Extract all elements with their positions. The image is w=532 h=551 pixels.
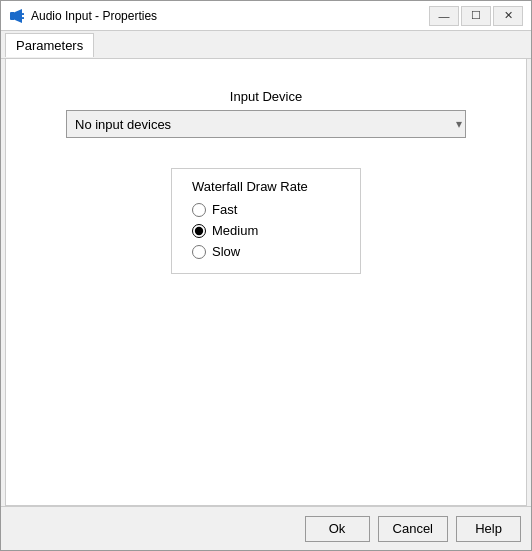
tab-parameters[interactable]: Parameters [5,33,94,57]
main-window: Audio Input - Properties — ☐ ✕ Parameter… [0,0,532,551]
window-controls: — ☐ ✕ [429,6,523,26]
ok-button[interactable]: Ok [305,516,370,542]
radio-fast[interactable] [192,203,206,217]
cancel-button[interactable]: Cancel [378,516,448,542]
radio-fast-label: Fast [212,202,237,217]
waterfall-group: Waterfall Draw Rate Fast Medium Slow [171,168,361,274]
close-button[interactable]: ✕ [493,6,523,26]
input-device-group: Input Device No input devices ▾ [66,89,466,138]
svg-rect-0 [10,12,15,20]
menu-bar: Parameters [1,31,531,59]
radio-option-slow[interactable]: Slow [192,244,340,259]
radio-slow[interactable] [192,245,206,259]
window-icon [9,8,25,24]
radio-option-medium[interactable]: Medium [192,223,340,238]
svg-marker-1 [15,9,22,23]
svg-rect-2 [22,13,24,15]
radio-slow-label: Slow [212,244,240,259]
waterfall-group-label: Waterfall Draw Rate [192,179,340,194]
radio-option-fast[interactable]: Fast [192,202,340,217]
help-button[interactable]: Help [456,516,521,542]
title-bar: Audio Input - Properties — ☐ ✕ [1,1,531,31]
window-title: Audio Input - Properties [31,9,429,23]
radio-medium-label: Medium [212,223,258,238]
maximize-button[interactable]: ☐ [461,6,491,26]
input-device-select-wrapper: No input devices ▾ [66,110,466,138]
minimize-button[interactable]: — [429,6,459,26]
input-device-select[interactable]: No input devices [66,110,466,138]
svg-rect-3 [22,17,24,19]
radio-medium[interactable] [192,224,206,238]
footer: Ok Cancel Help [1,506,531,550]
content-area: Input Device No input devices ▾ Waterfal… [5,59,527,506]
input-device-label: Input Device [230,89,302,104]
